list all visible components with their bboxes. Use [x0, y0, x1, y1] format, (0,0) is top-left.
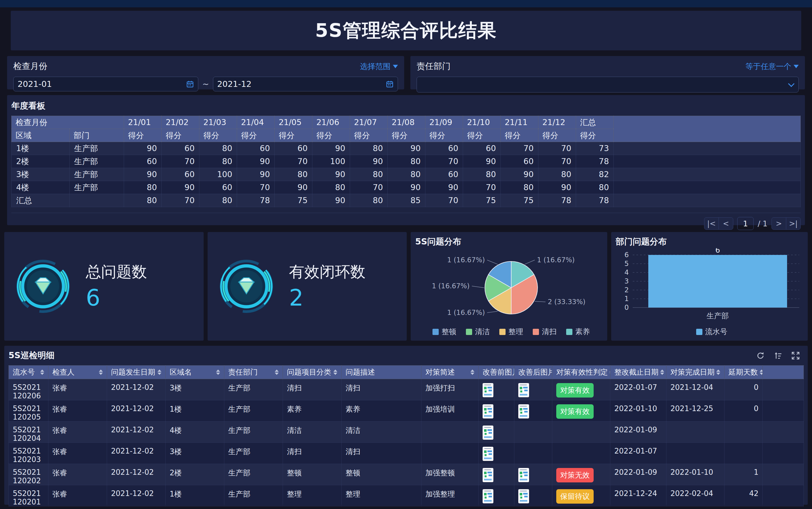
desc-cell: 清扫	[342, 379, 421, 400]
detail-col-sn[interactable]: 流水号	[9, 366, 49, 379]
gem-badge-icon	[219, 260, 273, 313]
pie-chart: 1 (16.67%)2 (33.33%)1 (16.67%)1 (16.67%)…	[415, 248, 607, 326]
sort-icon[interactable]	[759, 370, 763, 375]
pie-slice-label: 1 (16.67%)	[447, 309, 485, 316]
calendar-icon[interactable]	[186, 80, 194, 88]
status-badge: 对策无效	[556, 468, 594, 482]
score-cell: 70	[501, 142, 538, 155]
bar-生产部[interactable]	[648, 255, 787, 308]
column-sort-icon[interactable]	[774, 351, 783, 360]
dept-select[interactable]	[417, 77, 799, 93]
year-col-21/08: 21/08	[388, 116, 426, 129]
fullscreen-icon[interactable]	[791, 351, 800, 360]
year-col-21/11: 21/11	[501, 116, 538, 129]
year-subcol-score: 得分	[463, 129, 501, 142]
sn-cell: 5S2021120204	[9, 421, 49, 443]
before-image-thumb[interactable]	[482, 489, 493, 503]
filter-month-panel: 检查月份 选择范围 ~	[7, 56, 404, 90]
score-cell: 90	[426, 181, 463, 194]
legend-item-清洁[interactable]: 清洁	[466, 327, 490, 337]
detail-col-deadline[interactable]: 整改截止日期	[610, 366, 666, 379]
dept-distribution-bar-panel: 部门问题分布 01234566生产部 流水号	[611, 232, 808, 341]
detail-col-area[interactable]: 区域名	[166, 366, 224, 379]
start-month-input[interactable]	[18, 79, 186, 89]
legend-label: 素养	[575, 327, 590, 337]
calendar-icon[interactable]	[386, 80, 394, 88]
year-subcol-score: 得分	[426, 129, 463, 142]
year-subcol-score: 得分	[538, 129, 576, 142]
before-image-thumb[interactable]	[482, 468, 493, 482]
current-page-box[interactable]: 1	[737, 217, 754, 230]
detail-col-done[interactable]: 对策完成日期	[666, 366, 724, 379]
sort-icon[interactable]	[157, 370, 161, 375]
table-row: 5S2021120206张睿2021-12-023楼生产部清扫清扫加强打扫对策有…	[9, 379, 804, 400]
sort-icon[interactable]	[716, 370, 720, 375]
dept-filter-mode-dropdown[interactable]: 等于任意一个	[745, 61, 799, 72]
dept-cell: 生产部	[224, 464, 283, 485]
desc-cell: 清扫	[342, 443, 421, 464]
after-image-thumb[interactable]	[518, 404, 529, 418]
area-cell: 1楼	[166, 485, 224, 506]
img_before-cell	[479, 485, 514, 506]
before-image-thumb[interactable]	[482, 383, 493, 397]
img_before-cell	[479, 379, 514, 400]
year-col-filler	[614, 116, 801, 142]
detail-col-delay[interactable]: 延期天数	[724, 366, 763, 379]
before-image-thumb[interactable]	[482, 426, 493, 440]
score-cell: 90	[275, 181, 312, 194]
refresh-icon[interactable]	[756, 351, 765, 360]
table-row: 5S2021120201张睿2021-12-021楼生产部整理整理加强整理保留待…	[9, 485, 804, 506]
table-row: 5S2021120204张睿2021-12-024楼生产部清洁清洁2022-01…	[9, 421, 804, 443]
legend-item-素养[interactable]: 素养	[566, 327, 590, 337]
detail-col-action[interactable]: 对策简述	[421, 366, 479, 379]
_empty-cell	[763, 379, 804, 400]
legend-item-整顿[interactable]: 整顿	[433, 327, 456, 337]
after-image-thumb[interactable]	[518, 383, 529, 397]
legend-item-清扫[interactable]: 清扫	[533, 327, 557, 337]
score-cell: 90	[237, 155, 275, 168]
legend-item-流水号[interactable]: 流水号	[696, 327, 727, 337]
score-cell: 90	[350, 155, 388, 168]
score-cell: 60	[162, 142, 199, 155]
category-cell: 素养	[283, 400, 342, 421]
last-page-button[interactable]: >|	[786, 217, 801, 230]
sort-icon[interactable]	[216, 370, 220, 375]
score-cell: 78	[237, 194, 275, 207]
before-image-thumb[interactable]	[482, 404, 493, 418]
sort-icon[interactable]	[470, 370, 474, 375]
month-filter-mode-dropdown[interactable]: 选择范围	[360, 61, 398, 72]
score-cell: 80	[350, 194, 388, 207]
detail-col-category[interactable]: 问题项目分类	[283, 366, 342, 379]
before-image-thumb[interactable]	[482, 447, 493, 461]
start-month-field[interactable]	[13, 77, 198, 91]
sort-icon[interactable]	[333, 370, 337, 375]
inspection-detail-panel: 5S巡检明细 流水号检查人问题发生日期区域名责任部门问题项目分类问题描述对策简述…	[4, 346, 808, 505]
end-month-input[interactable]	[217, 79, 386, 89]
range-tilde: ~	[202, 79, 209, 89]
sort-icon[interactable]	[275, 370, 279, 375]
score-cell: 80	[576, 181, 614, 194]
detail-col-verdict[interactable]: 对策有效性判定	[552, 366, 610, 379]
sort-icon[interactable]	[99, 370, 103, 375]
action-cell: 加强整顿	[421, 464, 479, 485]
sort-icon[interactable]	[660, 370, 664, 375]
delay-cell: 42	[724, 485, 763, 506]
end-month-field[interactable]	[213, 77, 398, 91]
prev-page-button[interactable]: <	[719, 217, 733, 230]
first-page-button[interactable]: |<	[704, 217, 719, 230]
sort-icon[interactable]	[40, 370, 44, 375]
legend-item-整理[interactable]: 整理	[499, 327, 523, 337]
next-page-button[interactable]: >	[772, 217, 786, 230]
after-image-thumb[interactable]	[518, 468, 529, 482]
after-image-thumb[interactable]	[518, 489, 529, 503]
score-cell: 73	[576, 142, 614, 155]
bar-legend: 流水号	[616, 327, 808, 337]
detail-col-dept[interactable]: 责任部门	[224, 366, 283, 379]
date-cell: 2021-12-02	[107, 485, 166, 506]
detail-col-date[interactable]: 问题发生日期	[107, 366, 166, 379]
pie-chart-title: 5S问题分布	[415, 236, 607, 247]
detail-col-inspector[interactable]: 检查人	[49, 366, 107, 379]
year-col-21/06: 21/06	[312, 116, 350, 129]
dept-cell: 生产部	[224, 421, 283, 443]
inspector-cell: 张睿	[49, 443, 107, 464]
